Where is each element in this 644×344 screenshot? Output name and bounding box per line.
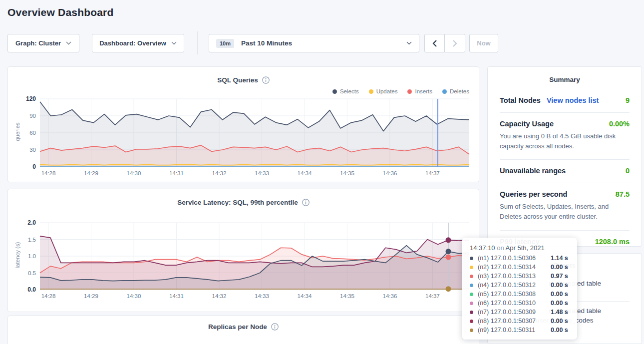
graph-dropdown[interactable]: Graph: Cluster — [7, 34, 79, 52]
dashboard-dropdown[interactable]: Dashboard: Overview — [92, 34, 184, 52]
chevron-right-icon — [453, 40, 457, 47]
view-nodes-link[interactable]: View nodes list — [547, 96, 599, 104]
time-range-label: Past 10 Minutes — [241, 39, 292, 47]
info-icon[interactable] — [271, 323, 279, 331]
summary-panel: Summary Total NodesView nodes list9Capac… — [487, 66, 642, 247]
tooltip-node-value: 0.00 s — [551, 318, 568, 325]
svg-text:14:31: 14:31 — [169, 293, 184, 299]
series-dot-icon — [470, 320, 473, 323]
tooltip-timestamp: 14:37:10 on Apr 5th, 2021 — [470, 244, 570, 252]
series-dot-icon — [470, 311, 473, 314]
summary-row: Unavailable ranges0 — [500, 160, 630, 183]
service-latency-chart[interactable]: 0.00.51.01.52.014:2814:2914:3014:3114:32… — [10, 219, 474, 302]
summary-row: Capacity Usage0.00%You are using 0 B of … — [500, 113, 630, 160]
tooltip-node-label: (n4) 127.0.0.1:50312 — [478, 282, 551, 289]
graph-dropdown-label: Graph: Cluster — [15, 39, 61, 47]
time-range-badge: 10m — [216, 39, 234, 48]
summary-row-head: Unavailable ranges0 — [500, 167, 630, 175]
tooltip-row: (n8) 127.0.0.1:503070.00 s — [470, 317, 570, 326]
legend-dot-icon — [442, 89, 447, 94]
summary-value: 9 — [626, 96, 630, 104]
now-button[interactable]: Now — [469, 34, 498, 52]
svg-text:14:33: 14:33 — [255, 293, 269, 299]
svg-text:14:35: 14:35 — [340, 293, 354, 299]
svg-text:14:28: 14:28 — [41, 293, 56, 299]
legend-dot-icon — [332, 89, 337, 94]
tooltip-node-label: (n1) 127.0.0.1:50306 — [478, 255, 551, 262]
legend-item-selects: Selects — [332, 88, 359, 94]
summary-row: Total NodesView nodes list9 — [500, 89, 630, 113]
now-button-label: Now — [477, 39, 490, 47]
svg-text:14:29: 14:29 — [84, 170, 98, 176]
tooltip-node-value: 0.00 s — [551, 327, 568, 334]
svg-text:1.5: 1.5 — [28, 237, 36, 243]
info-icon[interactable] — [302, 199, 310, 206]
chevron-down-icon — [406, 41, 412, 45]
tooltip-node-label: (n2) 127.0.0.1:50314 — [478, 264, 551, 271]
sql-queries-chart[interactable]: 030609012014:2814:2914:3014:3114:3214:33… — [10, 95, 474, 178]
series-dot-icon — [470, 329, 473, 332]
legend-item-inserts: Inserts — [407, 88, 432, 94]
tooltip-node-value: 1.48 s — [551, 309, 568, 316]
summary-description: You are using 0 B of 4.5 GiB usable disk… — [500, 131, 630, 151]
tooltip-node-value: 0.00 s — [551, 264, 568, 271]
tooltip-row: (n7) 127.0.0.1:503091.48 s — [470, 308, 570, 317]
sql-chart-legend: SelectsUpdatesInsertsDeletes — [290, 88, 469, 94]
svg-text:60: 60 — [29, 130, 36, 136]
info-icon[interactable] — [262, 76, 270, 84]
svg-text:14:37: 14:37 — [425, 293, 440, 299]
summary-value: 87.5 — [616, 190, 630, 198]
summary-value: 0.00% — [609, 120, 630, 128]
summary-label: Total Nodes — [500, 96, 541, 104]
svg-text:90: 90 — [29, 113, 36, 119]
svg-text:14:32: 14:32 — [212, 170, 227, 176]
legend-item-updates: Updates — [369, 88, 398, 94]
svg-text:0.5: 0.5 — [28, 270, 36, 276]
legend-label: Selects — [340, 88, 359, 94]
time-range-dropdown[interactable]: 10m Past 10 Minutes — [209, 34, 419, 52]
tooltip-row: (n9) 127.0.0.1:503110.00 s — [470, 326, 570, 335]
svg-text:120: 120 — [26, 95, 36, 102]
tooltip-node-label: (n3) 127.0.0.1:50313 — [478, 273, 551, 280]
svg-text:14:34: 14:34 — [298, 170, 312, 176]
time-next-button[interactable] — [445, 34, 465, 52]
toolbar-divider — [197, 31, 198, 54]
svg-text:14:36: 14:36 — [383, 293, 397, 299]
summary-row-head: Total NodesView nodes list9 — [500, 96, 630, 104]
summary-title: Summary — [488, 67, 642, 89]
time-prev-button[interactable] — [424, 34, 445, 52]
series-dot-icon — [470, 257, 473, 260]
chevron-down-icon — [66, 41, 71, 45]
svg-text:14:28: 14:28 — [41, 170, 56, 176]
tooltip-row: (n4) 127.0.0.1:503120.00 s — [470, 281, 570, 290]
tooltip-row: (n1) 127.0.0.1:503061.14 s — [470, 254, 570, 263]
summary-label: Capacity Usage — [500, 120, 554, 128]
legend-label: Updates — [376, 88, 398, 94]
series-dot-icon — [470, 284, 473, 287]
summary-description: Sum of Selects, Updates, Inserts, and De… — [500, 202, 630, 222]
tooltip-row: (n3) 127.0.0.1:503130.97 s — [470, 272, 570, 281]
chevron-left-icon — [432, 40, 437, 47]
tooltip-node-label: (n9) 127.0.0.1:50311 — [478, 327, 551, 334]
tooltip-node-value: 0.97 s — [551, 273, 568, 280]
replicas-per-node-card: Replicas per Node — [7, 316, 479, 344]
svg-text:1.0: 1.0 — [28, 253, 36, 259]
series-dot-icon — [470, 302, 473, 305]
time-nav-group — [424, 34, 465, 52]
tooltip-node-value: 0.00 s — [551, 282, 568, 289]
page-title: Overview Dashboard — [7, 6, 114, 18]
tooltip-row: (n5) 127.0.0.1:503080.00 s — [470, 290, 570, 299]
summary-label: Queries per second — [500, 190, 567, 198]
summary-value: 0 — [626, 167, 630, 175]
tooltip-row: (n2) 127.0.0.1:503140.00 s — [470, 263, 570, 272]
service-latency-title: Service Latency: SQL, 99th percentile — [177, 199, 298, 206]
svg-text:14:32: 14:32 — [212, 293, 227, 299]
summary-row-head: Queries per second87.5 — [500, 190, 630, 198]
legend-dot-icon — [369, 89, 373, 94]
svg-text:14:35: 14:35 — [340, 170, 354, 176]
tooltip-node-label: (n6) 127.0.0.1:50310 — [478, 300, 551, 307]
legend-label: Inserts — [415, 88, 432, 94]
summary-row: Queries per second87.5Sum of Selects, Up… — [500, 183, 630, 230]
summary-value: 1208.0 ms — [595, 238, 630, 246]
svg-text:14:34: 14:34 — [298, 293, 312, 299]
